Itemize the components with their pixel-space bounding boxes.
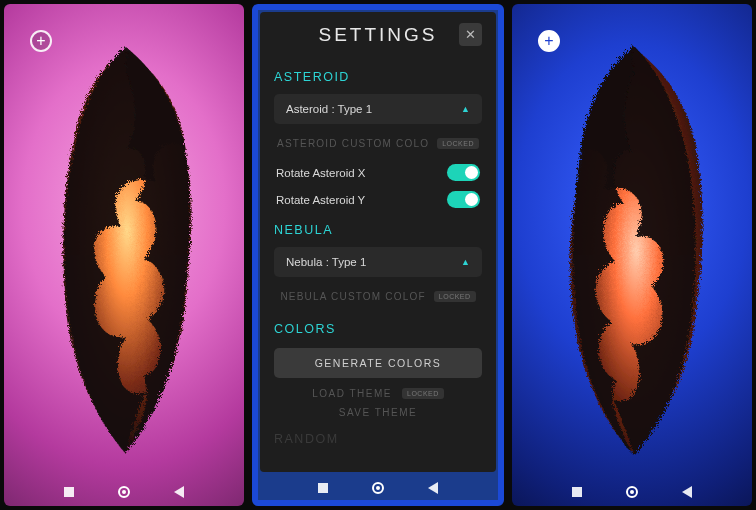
section-header-colors: COLORS — [274, 322, 482, 336]
settings-panel: SETTINGS ✕ ASTEROID Asteroid : Type 1 ▲ … — [260, 12, 496, 472]
nav-home-icon[interactable] — [626, 486, 638, 498]
rotate-y-toggle[interactable] — [447, 191, 480, 208]
rotate-x-label: Rotate Asteroid X — [276, 167, 366, 179]
chevron-up-icon: ▲ — [461, 104, 470, 114]
rotate-x-toggle[interactable] — [447, 164, 480, 181]
preview-phone-right: + — [512, 4, 752, 506]
section-header-random: RANDOM — [274, 432, 482, 446]
nebula-custom-color-locked: NEBULA CUSTOM COLOF LOCKED — [274, 285, 482, 312]
generate-colors-button[interactable]: GENERATE COLORS — [274, 348, 482, 378]
locked-badge: LOCKED — [434, 291, 476, 302]
save-theme-locked: SAVE THEME — [274, 403, 482, 422]
nav-recent-icon[interactable] — [318, 483, 328, 493]
nav-home-icon[interactable] — [118, 486, 130, 498]
close-icon: ✕ — [465, 27, 476, 42]
status-bar — [512, 4, 752, 18]
asteroid-type-dropdown[interactable]: Asteroid : Type 1 ▲ — [274, 94, 482, 124]
nebula-custom-color-label: NEBULA CUSTOM COLOF — [280, 291, 425, 302]
asteroid-custom-color-locked: ASTEROID CUSTOM COLO LOCKED — [274, 132, 482, 159]
locked-badge: LOCKED — [437, 138, 479, 149]
section-header-asteroid: ASTEROID — [274, 70, 482, 84]
section-header-nebula: NEBULA — [274, 223, 482, 237]
settings-title: SETTINGS — [318, 24, 437, 46]
asteroid-dropdown-value: Asteroid : Type 1 — [286, 103, 372, 115]
load-theme-locked: LOAD THEME LOCKED — [274, 378, 482, 403]
nebula-dropdown-value: Nebula : Type 1 — [286, 256, 366, 268]
nav-back-icon[interactable] — [428, 482, 438, 494]
load-theme-label: LOAD THEME — [312, 388, 392, 399]
status-bar — [4, 4, 244, 18]
rotate-y-label: Rotate Asteroid Y — [276, 194, 365, 206]
asteroid-graphic — [34, 34, 214, 466]
save-theme-label: SAVE THEME — [339, 407, 418, 418]
nav-back-icon[interactable] — [682, 486, 692, 498]
android-nav-bar — [4, 486, 244, 498]
nav-back-icon[interactable] — [174, 486, 184, 498]
nav-recent-icon[interactable] — [572, 487, 582, 497]
nebula-type-dropdown[interactable]: Nebula : Type 1 ▲ — [274, 247, 482, 277]
chevron-up-icon: ▲ — [461, 257, 470, 267]
close-button[interactable]: ✕ — [459, 23, 482, 46]
settings-phone: SETTINGS ✕ ASTEROID Asteroid : Type 1 ▲ … — [252, 4, 504, 506]
asteroid-custom-color-label: ASTEROID CUSTOM COLO — [277, 138, 429, 149]
android-nav-bar — [512, 486, 752, 498]
preview-phone-left: + — [4, 4, 244, 506]
android-nav-bar — [258, 482, 498, 494]
locked-badge: LOCKED — [402, 388, 444, 399]
asteroid-graphic — [542, 34, 722, 466]
nav-home-icon[interactable] — [372, 482, 384, 494]
nav-recent-icon[interactable] — [64, 487, 74, 497]
